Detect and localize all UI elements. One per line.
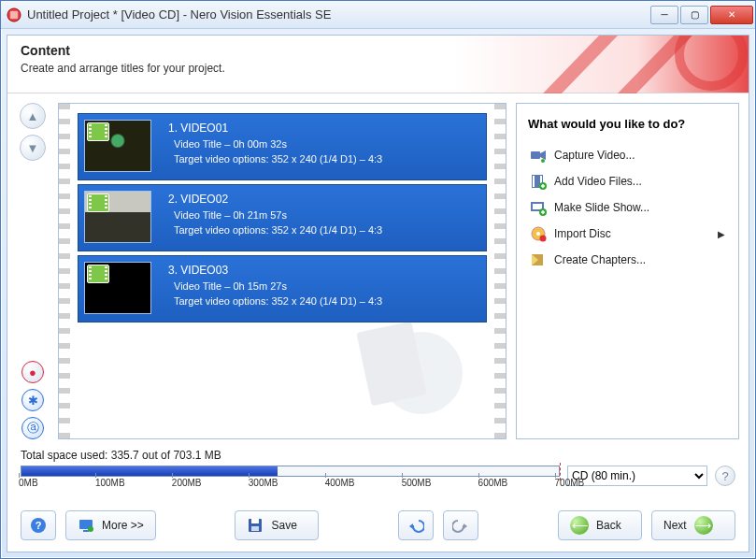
disc-help-button[interactable]: ? <box>715 466 735 486</box>
action-label: Import Disc <box>554 227 611 240</box>
film-icon <box>87 265 109 283</box>
redo-icon <box>452 517 469 534</box>
action-capture-video[interactable]: Capture Video... <box>528 142 727 168</box>
capacity-ruler: 0MB 100MB 200MB 300MB 400MB 500MB 600MB … <box>21 466 560 494</box>
film-sprockets <box>59 104 70 438</box>
video-name: VIDEO02 <box>180 193 228 206</box>
action-label: Make Slide Show... <box>554 201 649 214</box>
tool-button-red[interactable]: ● <box>21 361 44 383</box>
maximize-button[interactable]: ▢ <box>680 6 708 24</box>
svg-rect-24 <box>251 519 259 523</box>
video-options-line: Target video options: 352 x 240 (1/4 D1)… <box>168 153 382 165</box>
action-create-chapters[interactable]: Create Chapters... <box>528 247 727 273</box>
tick-label: 100MB <box>95 478 125 488</box>
svg-rect-1 <box>10 11 18 19</box>
svg-point-6 <box>541 159 545 163</box>
svg-rect-25 <box>251 526 259 531</box>
svg-point-3 <box>380 332 463 414</box>
video-title-line: Video Title – 0h 21m 57s <box>168 209 382 221</box>
back-button[interactable]: ⟵ Back <box>558 510 642 540</box>
action-label: Create Chapters... <box>554 253 646 266</box>
video-meta: 2. VIDEO02 Video Title – 0h 21m 57s Targ… <box>168 191 382 243</box>
svg-text:?: ? <box>36 520 42 531</box>
disc-import-icon <box>530 225 547 242</box>
action-label: Capture Video... <box>554 149 635 162</box>
video-index: 3. <box>168 264 178 277</box>
actions-heading: What would you like to do? <box>528 117 727 131</box>
workarea: ▲ ▼ ● ✱ ⓐ 1. VIDEO01 Video Title – 0h 00… <box>7 93 749 443</box>
more-button[interactable]: More >> <box>65 510 156 540</box>
actions-panel: What would you like to do? Capture Video… <box>516 103 739 439</box>
space-used-text: Total space used: 335.7 out of 703.1 MB <box>21 449 735 462</box>
floppy-icon <box>247 517 264 534</box>
window-title: Untitled Project * [Video CD] - Nero Vis… <box>27 7 650 22</box>
close-button[interactable]: ✕ <box>710 6 753 24</box>
disc-type-select[interactable]: CD (80 min.) <box>567 466 707 486</box>
action-add-video-files[interactable]: Add Video Files... <box>528 168 727 194</box>
titlebar: Untitled Project * [Video CD] - Nero Vis… <box>1 1 755 29</box>
tick-label: 300MB <box>249 478 278 488</box>
video-index: 1. <box>168 122 178 135</box>
reorder-column: ▲ ▼ ● ✱ ⓐ <box>17 103 49 439</box>
bottom-toolbar: ? More >> Save ⟵ Back <box>7 505 749 552</box>
video-title-line: Video Title – 0h 00m 32s <box>168 138 382 150</box>
help-button[interactable]: ? <box>21 510 56 540</box>
svg-point-16 <box>540 236 547 242</box>
submenu-indicator-icon: ▶ <box>718 229 725 239</box>
tick-label: 200MB <box>172 478 202 488</box>
undo-button[interactable] <box>398 510 434 540</box>
next-button[interactable]: Next ⟶ <box>651 510 735 540</box>
tick-label: 400MB <box>325 478 355 488</box>
minimize-button[interactable]: ─ <box>650 6 678 24</box>
action-import-disc[interactable]: Import Disc ▶ <box>528 221 727 247</box>
video-meta: 1. VIDEO01 Video Title – 0h 00m 32s Targ… <box>168 120 382 172</box>
footer: Total space used: 335.7 out of 703.1 MB … <box>7 443 749 505</box>
video-options-line: Target video options: 352 x 240 (1/4 D1)… <box>168 224 382 236</box>
save-button[interactable]: Save <box>235 510 319 540</box>
watermark-icon <box>347 317 468 420</box>
app-window: Untitled Project * [Video CD] - Nero Vis… <box>0 0 756 559</box>
page-subtitle: Create and arrange titles for your proje… <box>21 62 735 75</box>
action-make-slideshow[interactable]: Make Slide Show... <box>528 194 727 221</box>
video-item[interactable]: 1. VIDEO01 Video Title – 0h 00m 32s Targ… <box>78 113 487 180</box>
svg-rect-8 <box>533 176 535 187</box>
button-label: Save <box>271 519 296 532</box>
film-icon <box>87 122 109 141</box>
monitor-icon <box>78 517 94 534</box>
button-label: More >> <box>102 519 144 532</box>
page-header: Content Create and arrange titles for yo… <box>7 36 749 93</box>
svg-rect-5 <box>531 151 540 159</box>
tool-button-blue-2[interactable]: ⓐ <box>21 417 44 439</box>
svg-point-22 <box>88 526 93 532</box>
page-title: Content <box>21 43 735 58</box>
capacity-fill <box>21 466 278 476</box>
help-icon: ? <box>30 517 47 534</box>
svg-rect-12 <box>533 204 542 209</box>
video-title-line: Video Title – 0h 15m 27s <box>168 280 382 292</box>
video-item[interactable]: 2. VIDEO02 Video Title – 0h 21m 57s Targ… <box>78 184 487 251</box>
capacity-bar-row: 0MB 100MB 200MB 300MB 400MB 500MB 600MB … <box>21 466 735 495</box>
action-label: Add Video Files... <box>554 175 642 188</box>
redo-button[interactable] <box>443 510 478 540</box>
film-add-icon <box>530 173 547 190</box>
video-options-line: Target video options: 352 x 240 (1/4 D1)… <box>168 295 382 307</box>
move-up-button[interactable]: ▲ <box>20 103 46 129</box>
button-label: Back <box>596 519 621 532</box>
window-buttons: ─ ▢ ✕ <box>650 6 753 24</box>
client-area: Content Create and arrange titles for yo… <box>7 35 749 552</box>
video-thumbnail <box>84 191 151 243</box>
tick-label: 600MB <box>478 478 508 488</box>
tool-button-blue-1[interactable]: ✱ <box>21 389 44 411</box>
video-item[interactable]: 3. VIDEO03 Video Title – 0h 15m 27s Targ… <box>78 255 487 322</box>
move-down-button[interactable]: ▼ <box>20 135 46 161</box>
video-meta: 3. VIDEO03 Video Title – 0h 15m 27s Targ… <box>168 262 382 314</box>
camcorder-icon <box>530 147 547 164</box>
svg-rect-21 <box>83 530 89 532</box>
chapters-icon <box>530 251 547 268</box>
svg-rect-4 <box>356 322 426 407</box>
video-name: VIDEO01 <box>180 122 228 135</box>
video-name: VIDEO03 <box>180 264 228 277</box>
arrow-right-icon: ⟶ <box>694 516 713 535</box>
video-thumbnail <box>84 120 151 172</box>
tick-label: 0MB <box>19 478 38 488</box>
